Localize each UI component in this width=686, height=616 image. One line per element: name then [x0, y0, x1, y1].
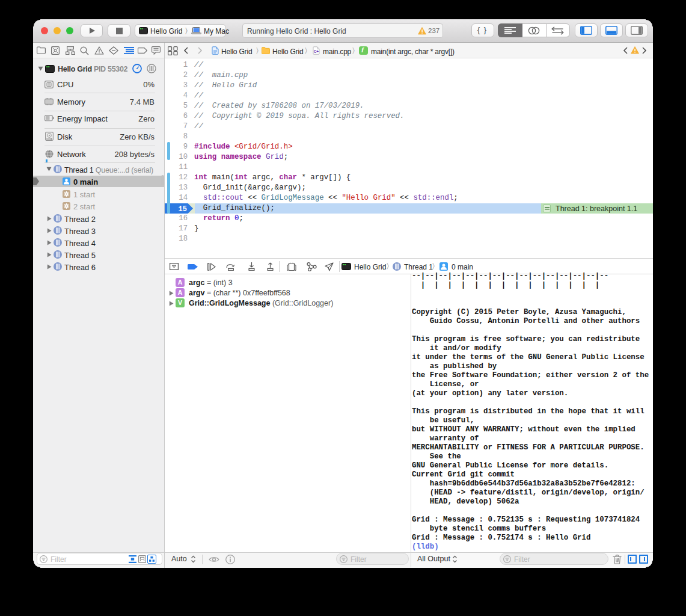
svg-text:C+: C+: [314, 49, 319, 54]
